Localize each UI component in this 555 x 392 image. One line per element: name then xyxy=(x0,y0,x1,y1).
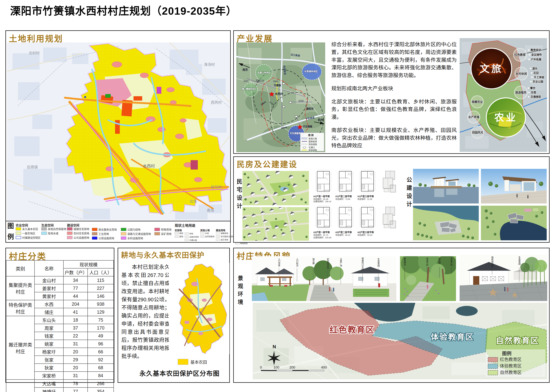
legend-item: 陆地水域 xyxy=(41,231,65,235)
cu-col-2: 林地 设施农用地 坑塘水面 xyxy=(185,228,199,245)
village-class-header: 村庄分类 xyxy=(9,249,46,262)
zone-map-legend: 图例 红色教育区 体验教育区 自然教育区 xyxy=(486,349,545,377)
farmland-caption: 永久基本农田保护区分布图 xyxy=(139,368,220,378)
legend-item-label: 城镇住宅用地 xyxy=(73,227,89,231)
plan-row-a2: A2户型一层平面 本层面积：81.72 总建筑面积：226.99 A2户型二层平… xyxy=(313,205,401,239)
annotation-label: 入口凉亭 xyxy=(278,258,280,267)
cell: 37 xyxy=(63,324,88,332)
floor-plan-drawing xyxy=(313,205,334,230)
plan-row-a1: A1户型一层平面 本层面积：65.38 总建筑面积：196.19 A1户型二层平… xyxy=(313,169,401,203)
annotation-label: 生态菜园 xyxy=(377,258,380,267)
legend-item-label: 永久基本农田 xyxy=(22,227,38,231)
plan-cell: A2户型一层平面 本层面积：81.72 总建筑面积：226.99 xyxy=(313,205,334,239)
cell: 周家 xyxy=(35,324,63,332)
public-render-aerial-river xyxy=(413,206,479,240)
scale-label: 0 xyxy=(260,365,262,369)
cell: 75 xyxy=(88,316,114,324)
cu-item-label: 城镇用地 xyxy=(221,232,228,235)
farmland-text: 本村已划定永久基本农田267.70公顷，禁止擅自占用或改变用途。本村耕地保有量2… xyxy=(121,263,170,360)
map-label-center: 水西村 xyxy=(143,164,155,168)
cell: 938 xyxy=(88,300,114,308)
plan-cell: A1户型二层平面 本层面积：73.86 xyxy=(335,169,356,203)
cu-col-header: 其他土地 xyxy=(200,228,215,231)
cu-item: 采矿用地 xyxy=(216,238,234,241)
scale-label: 100 xyxy=(274,365,279,369)
plan-total: 总建筑面积：226.99 xyxy=(313,236,334,239)
cell: 钱家 xyxy=(35,332,63,340)
rm-label: 南京 xyxy=(242,68,248,71)
special-land-patch xyxy=(157,87,161,94)
col-scale: 现状规模 xyxy=(63,260,114,268)
cell: 姜家村 xyxy=(35,284,63,292)
color-swatch xyxy=(41,232,47,235)
cell: 77 xyxy=(63,387,88,392)
industry-paragraph: 北部文旅板块：主要以红色教育、乡村休闲、旅游服务，彰显红色价值：做强红色教育品牌… xyxy=(331,98,457,121)
map-label: 后周镇 xyxy=(27,165,38,169)
culture-tourism-circle: 文旅 xyxy=(471,48,512,89)
plan-caption: A1户型一层平面 xyxy=(313,195,334,198)
public-design-label: 公建设计 xyxy=(405,177,413,209)
legend-item: 永久基本农田 xyxy=(16,227,40,231)
plan-area: 本层面积：73.86 xyxy=(335,198,356,201)
bubble-label: 旅游服务 xyxy=(515,91,527,94)
cu-item: 坑塘水面 xyxy=(185,239,199,242)
cell: 杨家圩 xyxy=(35,348,63,356)
cu-item: 水域 xyxy=(200,232,215,235)
bubble-point: 餐饮 xyxy=(530,86,535,90)
cu-item-label: 园地 xyxy=(179,235,183,238)
hatch-swatch xyxy=(216,232,220,234)
color-swatch xyxy=(154,228,160,231)
col-households: 户数（户） xyxy=(63,268,88,276)
cell: 大达嘴 xyxy=(35,379,63,387)
cell: 宋家桥 xyxy=(35,372,63,379)
annotation-label: 观花轴 xyxy=(438,258,441,264)
legend-title: 图 例 xyxy=(7,223,14,240)
cell: 96 xyxy=(88,340,114,348)
cell: 神塘圩 xyxy=(35,387,63,392)
page-title: 溧阳市竹箦镇水西村村庄规划（2019-2035年） xyxy=(10,2,237,18)
panel-farmland: 耕地与永久基本农田保护 本村已划定永久基本农田267.70公顷，禁止擅自占用或改… xyxy=(118,248,230,383)
color-swatch xyxy=(67,236,73,239)
color-swatch xyxy=(121,232,126,235)
landscape-render-plaza: 指挥部旧址 生态菜园 xyxy=(460,255,547,301)
plan-cell: A1户型一层平面 本层面积：65.38 总建筑面积：196.19 xyxy=(313,169,334,203)
plan-caption: A2户型一层平面 xyxy=(313,231,334,234)
plan-caption: A1户型二层平面 xyxy=(335,195,356,198)
legend-item-label: 农村住宅用地 xyxy=(73,231,89,235)
rm-legend-item: 国道省道 xyxy=(309,140,317,143)
cell: 水西 xyxy=(35,300,63,308)
circle-label-nongye: 农业 xyxy=(494,112,518,123)
plan-cell: A2户型三层平面 本层面积：59.04 xyxy=(357,205,378,239)
floor-plans: A1户型一层平面 本层面积：65.38 总建筑面积：196.19 A1户型二层平… xyxy=(313,169,401,241)
zone-legend-item: 体验教育区 xyxy=(500,363,522,368)
zone-label-red: 红色教育区 xyxy=(329,325,375,335)
zone-label-nature: 自然教育区 xyxy=(496,336,539,345)
rm-label: 天目湖镇 xyxy=(303,125,312,128)
rm-label: 水西村 xyxy=(275,92,283,95)
cu-col-other: 其他土地 水域 自然保留地 xyxy=(200,228,215,245)
cell: 狄家 xyxy=(35,364,63,372)
cell: 227 xyxy=(88,284,114,292)
legend-item: 商业服务业用地 xyxy=(92,228,119,231)
hatch-swatch xyxy=(185,239,189,241)
floor-plan-drawing xyxy=(335,169,356,194)
rm-legend-title: 图 例 xyxy=(308,134,314,136)
cu-col-header: 建设用地 xyxy=(216,228,234,231)
panel-industry: 产业发展 xyxy=(233,30,550,154)
cell: 78 xyxy=(63,379,88,387)
cell: 354 xyxy=(88,387,114,392)
map-label: 前马村 xyxy=(211,185,222,189)
roof-plan-drawing xyxy=(380,169,400,194)
industry-paragraph: 综合分析来看，水西村位于溧阳北部休旅片区的中心位置，其红色文化在区域有较高的知名… xyxy=(331,41,457,79)
cell: 66 xyxy=(88,348,114,356)
rm-label: S239 xyxy=(299,100,304,102)
zone-legend-item: 红色教育区 xyxy=(500,357,522,362)
color-swatch xyxy=(121,228,126,231)
zone-legend-title: 图例 xyxy=(502,351,511,356)
legend-item-label: 公园与绿地 xyxy=(127,228,140,231)
color-swatch xyxy=(67,232,73,235)
col-category: 类别 xyxy=(6,260,35,276)
bubble-label: 红色教育 xyxy=(514,53,526,56)
legend-group-5: 公园与绿地 道路与交通设施用地 水利设施用地 xyxy=(121,223,153,241)
legend-title-char: 例 xyxy=(7,234,14,240)
